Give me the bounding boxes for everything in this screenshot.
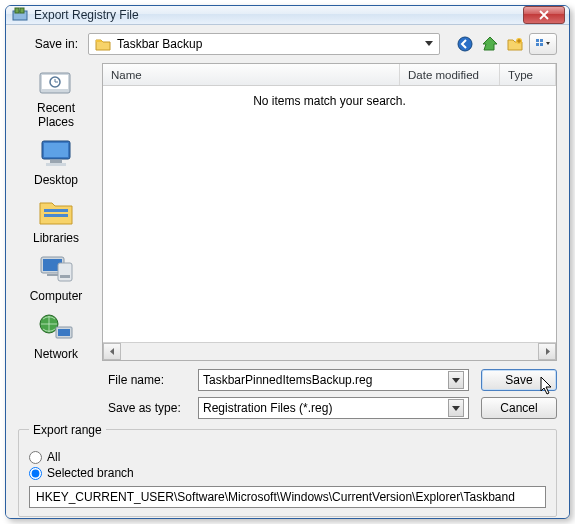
svg-rect-25	[58, 329, 70, 336]
form-area: File name: Save Save as type: Registrati…	[18, 369, 557, 425]
mouse-cursor-icon	[540, 376, 554, 396]
toolbar-nav	[454, 33, 557, 55]
branch-path-input[interactable]	[29, 486, 546, 508]
save-as-type-dropdown-button[interactable]	[448, 399, 464, 417]
scroll-left-icon[interactable]	[103, 343, 121, 360]
radio-selected[interactable]	[29, 467, 42, 480]
empty-message: No items match your search.	[253, 94, 406, 342]
radio-all-label: All	[47, 450, 60, 464]
svg-rect-2	[20, 8, 24, 13]
save-as-type-value: Registration Files (*.reg)	[203, 401, 448, 415]
export-range-legend: Export range	[29, 423, 106, 437]
svg-rect-13	[44, 143, 68, 157]
svg-rect-5	[536, 39, 539, 42]
save-button[interactable]: Save	[481, 369, 557, 391]
svg-rect-14	[50, 160, 62, 163]
cancel-button[interactable]: Cancel	[481, 397, 557, 419]
places-bar: Recent Places Desktop Libraries Computer…	[18, 63, 94, 361]
radio-all[interactable]	[29, 451, 42, 464]
save-in-combo[interactable]: Taskbar Backup	[88, 33, 440, 55]
radio-selected-label: Selected branch	[47, 466, 134, 480]
libraries-icon	[36, 195, 76, 229]
filename-dropdown-button[interactable]	[448, 371, 464, 389]
chevron-down-icon	[425, 41, 433, 47]
export-range-group: Export range All Selected branch	[18, 429, 557, 517]
place-label: Libraries	[18, 231, 94, 245]
save-as-type-label: Save as type:	[108, 401, 198, 415]
place-label: Network	[18, 347, 94, 361]
radio-selected-row[interactable]: Selected branch	[29, 466, 546, 480]
place-label: Recent Places	[18, 101, 94, 129]
svg-rect-21	[58, 263, 72, 281]
title-bar: Export Registry File	[6, 6, 569, 25]
column-name[interactable]: Name	[103, 64, 400, 85]
svg-rect-1	[15, 8, 19, 13]
new-folder-button[interactable]	[504, 33, 526, 55]
column-type[interactable]: Type	[500, 64, 556, 85]
save-in-value: Taskbar Backup	[117, 37, 425, 51]
radio-all-row[interactable]: All	[29, 450, 546, 464]
svg-point-3	[458, 37, 472, 51]
dialog-body: Save in: Taskbar Backup	[6, 25, 569, 519]
filename-input[interactable]	[203, 373, 448, 387]
place-libraries[interactable]: Libraries	[18, 195, 94, 245]
svg-rect-22	[60, 275, 70, 278]
close-button[interactable]	[523, 6, 565, 24]
place-computer[interactable]: Computer	[18, 253, 94, 303]
file-list-body: No items match your search.	[103, 86, 556, 342]
folder-icon	[95, 37, 111, 51]
place-network[interactable]: Network	[18, 311, 94, 361]
up-button[interactable]	[479, 33, 501, 55]
horizontal-scrollbar[interactable]	[103, 342, 556, 360]
svg-rect-6	[540, 39, 543, 42]
back-button[interactable]	[454, 33, 476, 55]
column-date[interactable]: Date modified	[400, 64, 500, 85]
network-icon	[36, 311, 76, 345]
scroll-right-icon[interactable]	[538, 343, 556, 360]
place-recent[interactable]: Recent Places	[18, 65, 94, 129]
save-in-label: Save in:	[18, 37, 78, 51]
dialog-title: Export Registry File	[34, 8, 523, 22]
place-label: Computer	[18, 289, 94, 303]
save-in-row: Save in: Taskbar Backup	[18, 33, 557, 55]
place-label: Desktop	[18, 173, 94, 187]
svg-rect-15	[46, 163, 66, 166]
save-as-type-combo[interactable]: Registration Files (*.reg)	[198, 397, 469, 419]
svg-rect-20	[47, 274, 58, 276]
export-registry-dialog: Export Registry File Save in: Taskbar Ba…	[5, 5, 570, 519]
recent-icon	[36, 65, 76, 99]
views-button[interactable]	[529, 33, 557, 55]
svg-rect-16	[44, 209, 68, 212]
desktop-icon	[36, 137, 76, 171]
svg-rect-17	[44, 214, 68, 217]
regedit-icon	[12, 7, 28, 23]
filename-label: File name:	[108, 373, 198, 387]
place-desktop[interactable]: Desktop	[18, 137, 94, 187]
computer-icon	[36, 253, 76, 287]
filename-input-wrap	[198, 369, 469, 391]
svg-rect-7	[536, 43, 539, 46]
file-list-pane: Name Date modified Type No items match y…	[102, 63, 557, 361]
scroll-track[interactable]	[121, 343, 538, 360]
svg-rect-8	[540, 43, 543, 46]
file-list-header: Name Date modified Type	[103, 64, 556, 86]
